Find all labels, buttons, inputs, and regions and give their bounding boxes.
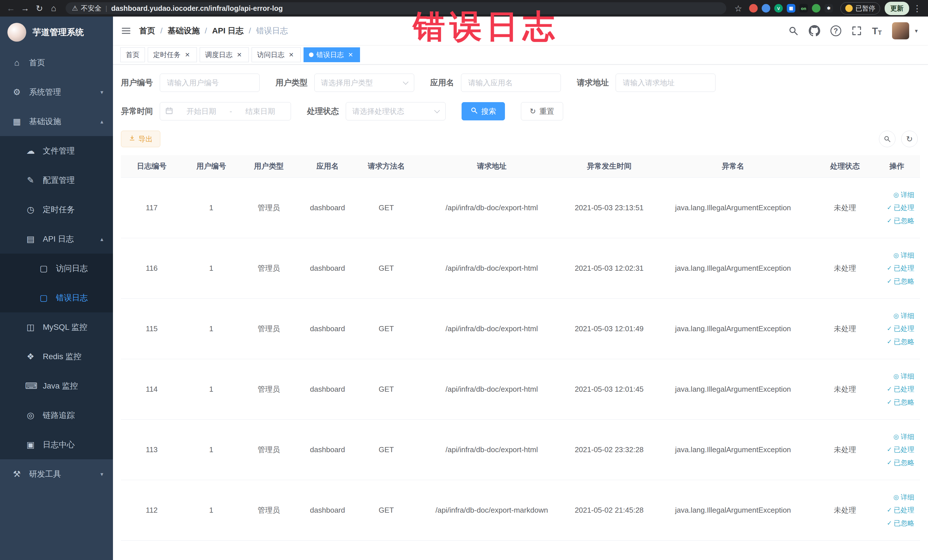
- refresh-table-button[interactable]: ↻: [901, 131, 918, 147]
- sidebar-item[interactable]: ⌨Java 监控: [0, 371, 113, 401]
- table-row: 1171管理员dashboardGET/api/infra/db-doc/exp…: [121, 177, 920, 238]
- home-icon[interactable]: ⌂: [47, 2, 60, 15]
- sidebar-item[interactable]: ▢访问日志: [0, 253, 113, 283]
- address-divider: |: [105, 4, 107, 12]
- process-status-select[interactable]: 请选择处理状态: [346, 102, 446, 121]
- processed-link[interactable]: ✓已处理: [876, 383, 914, 396]
- ignored-link[interactable]: ✓已忽略: [876, 275, 914, 288]
- sidebar-item[interactable]: ◷定时任务: [0, 195, 113, 224]
- tab-label: 错误日志: [316, 50, 344, 60]
- ignored-link[interactable]: ✓已忽略: [876, 456, 914, 469]
- detail-link[interactable]: ◎详细: [876, 430, 914, 443]
- github-icon[interactable]: [809, 25, 820, 37]
- close-icon[interactable]: ×: [287, 51, 295, 59]
- extension-icon[interactable]: [812, 4, 820, 12]
- tab[interactable]: 错误日志×: [304, 47, 360, 62]
- detail-link[interactable]: ◎详细: [876, 370, 914, 383]
- cell-time: 2021-05-02 21:45:28: [569, 480, 650, 540]
- tab[interactable]: 首页: [121, 47, 145, 62]
- sidebar-item[interactable]: ▢错误日志: [0, 283, 113, 312]
- sidebar-item[interactable]: ▦基础设施▴: [0, 107, 113, 136]
- java-icon: ⌨: [25, 381, 36, 391]
- hamburger-icon[interactable]: [113, 26, 139, 36]
- sidebar-item[interactable]: ▣日志中心: [0, 430, 113, 459]
- cell-app: dashboard: [298, 480, 357, 540]
- sidebar-item[interactable]: ⌂首页: [0, 48, 113, 77]
- select-placeholder: 请选择处理状态: [352, 107, 404, 116]
- paused-chip[interactable]: 已暂停: [840, 2, 880, 15]
- back-icon[interactable]: ←: [5, 2, 17, 15]
- cell-status: 未处理: [816, 238, 874, 298]
- breadcrumb-separator: /: [205, 26, 207, 35]
- detail-link[interactable]: ◎详细: [876, 188, 914, 201]
- forward-icon[interactable]: →: [19, 2, 31, 15]
- fullscreen-icon[interactable]: [852, 26, 862, 36]
- detail-link[interactable]: ◎详细: [876, 249, 914, 262]
- processed-link[interactable]: ✓已处理: [876, 262, 914, 275]
- address-bar[interactable]: ⚠ 不安全 | dashboard.yudao.iocoder.cn/infra…: [66, 2, 726, 14]
- action-label: 详细: [901, 430, 914, 443]
- export-button[interactable]: 导出: [121, 131, 160, 147]
- font-size-icon[interactable]: TT: [872, 25, 882, 37]
- breadcrumb-item[interactable]: API 日志: [212, 25, 244, 36]
- menu-dots-icon[interactable]: ⋮: [911, 2, 923, 15]
- cell-user-type: 管理员: [240, 480, 298, 540]
- sidebar-item[interactable]: ⚒研发工具▾: [0, 459, 113, 489]
- caret-down-icon[interactable]: ▾: [915, 27, 918, 34]
- app-name-input[interactable]: [461, 73, 561, 92]
- bookmark-star-icon[interactable]: ☆: [732, 2, 745, 15]
- help-icon[interactable]: ?: [830, 25, 841, 36]
- table-row: 1131管理员dashboardGET/api/infra/db-doc/exp…: [121, 420, 920, 480]
- toggle-search-button[interactable]: [879, 131, 896, 147]
- sidebar-item[interactable]: ❖Redis 监控: [0, 342, 113, 371]
- detail-link[interactable]: ◎详细: [876, 491, 914, 504]
- user-type-select[interactable]: 请选择用户类型: [314, 73, 414, 92]
- search-icon[interactable]: [788, 26, 798, 36]
- user-id-input[interactable]: [160, 73, 259, 92]
- breadcrumb-item[interactable]: 首页: [139, 25, 155, 36]
- request-url-input[interactable]: [616, 73, 716, 92]
- extension-icon[interactable]: [762, 4, 770, 12]
- close-icon[interactable]: ×: [235, 51, 243, 59]
- detail-link[interactable]: ◎详细: [876, 309, 914, 322]
- reset-button[interactable]: ↻ 重置: [521, 102, 563, 121]
- sidebar-item-label: 首页: [29, 57, 113, 68]
- tab[interactable]: 访问日志×: [252, 47, 301, 62]
- user-avatar[interactable]: [892, 22, 909, 40]
- processed-link[interactable]: ✓已处理: [876, 322, 914, 335]
- select-placeholder: 请选择用户类型: [321, 78, 373, 88]
- sidebar-item[interactable]: ☁文件管理: [0, 136, 113, 165]
- sidebar-item[interactable]: ⚙系统管理▾: [0, 77, 113, 107]
- app-title: 芋道管理系统: [32, 26, 84, 38]
- tab[interactable]: 定时任务×: [148, 47, 197, 62]
- eye-icon: ◎: [893, 370, 899, 382]
- ignored-link[interactable]: ✓已忽略: [876, 396, 914, 409]
- search-button[interactable]: 搜索: [462, 102, 505, 121]
- extension-icon[interactable]: [749, 4, 758, 12]
- sidebar-item[interactable]: ◎链路追踪: [0, 401, 113, 430]
- date-range-picker[interactable]: 开始日期 - 结束日期: [160, 102, 291, 121]
- sidebar-item[interactable]: ◫MySQL 监控: [0, 312, 113, 342]
- sidebar-item[interactable]: ✎配置管理: [0, 165, 113, 195]
- reload-icon[interactable]: ↻: [33, 2, 46, 15]
- extension-icon[interactable]: ▦: [787, 4, 795, 12]
- processed-link[interactable]: ✓已处理: [876, 443, 914, 456]
- breadcrumb-item[interactable]: 基础设施: [168, 25, 200, 36]
- update-button[interactable]: 更新: [885, 2, 909, 15]
- extension-icon[interactable]: on: [799, 4, 808, 12]
- user-id-label: 用户编号: [121, 77, 153, 88]
- ignored-link[interactable]: ✓已忽略: [876, 517, 914, 530]
- extension-icon[interactable]: ✱: [824, 4, 833, 12]
- tab[interactable]: 调度日志×: [200, 47, 249, 62]
- extension-icon[interactable]: V: [774, 4, 783, 12]
- home-icon: ⌂: [11, 58, 22, 68]
- processed-link[interactable]: ✓已处理: [876, 504, 914, 517]
- ignored-link[interactable]: ✓已忽略: [876, 214, 914, 227]
- app-logo[interactable]: 芋道管理系统: [0, 17, 113, 48]
- sidebar-item[interactable]: ▤API 日志▴: [0, 224, 113, 253]
- url-text: dashboard.yudao.iocoder.cn/infra/log/api…: [111, 4, 283, 12]
- processed-link[interactable]: ✓已处理: [876, 201, 914, 214]
- close-icon[interactable]: ×: [346, 51, 355, 59]
- close-icon[interactable]: ×: [183, 51, 191, 59]
- ignored-link[interactable]: ✓已忽略: [876, 335, 914, 348]
